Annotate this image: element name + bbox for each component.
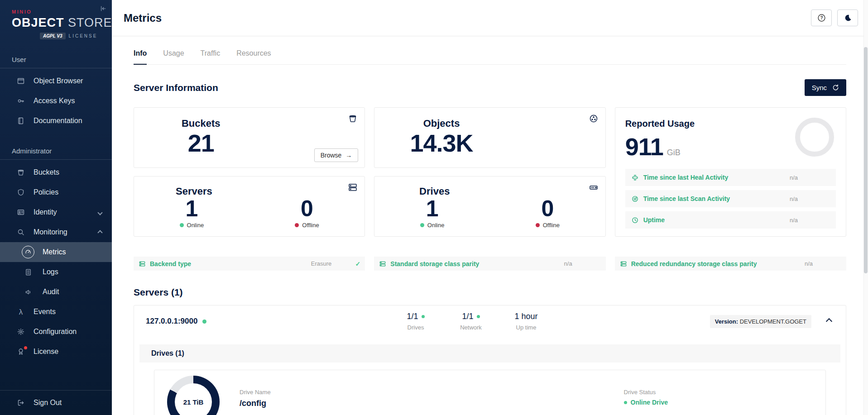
sidebar-item-license[interactable]: License	[0, 342, 112, 362]
servers-online-group: 1 Online	[171, 196, 212, 229]
browse-button[interactable]: Browse →	[314, 148, 359, 162]
tab-info[interactable]: Info	[134, 49, 147, 65]
sidebar-item-configuration[interactable]: Configuration	[0, 322, 112, 342]
buckets-card-icon	[348, 114, 357, 125]
reported-usage-unit: GiB	[667, 148, 681, 157]
offline-dot	[536, 223, 540, 227]
shield-icon	[16, 188, 25, 196]
buckets-title: Buckets	[134, 118, 268, 129]
drive-name-block: Drive Name /config	[240, 376, 271, 408]
drives-offline-group: 0 Offline	[527, 196, 568, 229]
sidebar-item-metrics[interactable]: Metrics	[0, 242, 112, 262]
sidebar-item-audit[interactable]: Audit	[0, 282, 112, 302]
uptime-row: Uptime n/a	[625, 211, 836, 229]
collapse-server-chevron[interactable]	[827, 317, 831, 325]
objects-metric: Objects 14.3K	[374, 118, 508, 156]
sidebar-item-logs[interactable]: Logs	[0, 262, 112, 282]
online-dot	[477, 315, 480, 318]
minio-wordmark: MINIO	[12, 9, 112, 14]
lambda-icon: λ	[16, 308, 25, 316]
objects-card-icon	[589, 114, 598, 125]
collapse-sidebar-icon	[100, 5, 106, 12]
sidebar-item-label: Configuration	[34, 328, 77, 336]
server-information-title: Server Information	[134, 82, 218, 93]
standard-parity-strip: Standard storage class parity n/a	[374, 257, 605, 271]
sidebar-item-documentation[interactable]: Documentation	[0, 111, 112, 131]
sidebar-item-label: Access Keys	[34, 97, 75, 105]
main-area: Metrics ? Info Usage Traf	[112, 0, 868, 415]
sidebar-item-events[interactable]: λ Events	[0, 302, 112, 322]
help-button[interactable]: ?	[811, 10, 832, 26]
sidebar-item-label: Policies	[34, 188, 58, 196]
heal-icon	[632, 174, 638, 181]
drive-capacity-label: 21 TiB	[167, 376, 220, 415]
storage-icon	[139, 261, 145, 267]
buckets-value: 21	[134, 130, 268, 156]
version-badge: Version: DEVELOPMENT.GOGET	[710, 315, 811, 328]
servers-online-value: 1	[171, 196, 212, 221]
server-address: 127.0.0.1:9000	[146, 317, 390, 326]
drive-name: /config	[240, 399, 271, 408]
sidebar-group-user: User	[0, 56, 112, 68]
notification-dot	[24, 346, 27, 349]
sidebar-item-access-keys[interactable]: Access Keys	[0, 91, 112, 111]
sidebar-item-identity[interactable]: Identity	[0, 202, 112, 222]
dark-mode-toggle[interactable]	[837, 10, 858, 26]
storage-icon	[620, 261, 627, 267]
tab-usage[interactable]: Usage	[163, 49, 184, 64]
drives-online-group: 1 Online	[412, 196, 453, 229]
sync-button[interactable]: Sync	[805, 79, 846, 96]
id-card-icon	[16, 208, 25, 216]
signout-section: Sign Out	[0, 390, 112, 415]
sidebar-item-label: Documentation	[34, 117, 82, 125]
scrollbar-track[interactable]	[863, 0, 868, 415]
audit-icon	[22, 288, 34, 296]
sidebar-item-object-browser[interactable]: Object Browser	[0, 71, 112, 91]
server-details: Drives (1) 21 TiB Drive Name /config Dri…	[134, 337, 846, 415]
drives-status-row: 1 Online 0 Offline	[374, 196, 605, 229]
agpl-badge: AGPL V3	[40, 33, 66, 39]
sidebar-item-label: Object Browser	[34, 77, 83, 85]
servers-offline-value: 0	[287, 196, 327, 221]
magnifier-icon	[16, 228, 25, 236]
buckets-card: Buckets 21 Browse →	[134, 107, 365, 168]
drive-capacity-donut: 21 TiB	[167, 376, 220, 415]
logs-icon	[22, 268, 34, 276]
server-row[interactable]: 127.0.0.1:9000 1/1 Drives 1/1 Network 1 …	[134, 305, 846, 337]
servers-status-row: 1 Online 0 Offline	[134, 196, 364, 229]
tab-traffic[interactable]: Traffic	[201, 49, 221, 64]
server-network-stat: 1/1 Network	[446, 312, 496, 331]
brand-logo: MINIO OBJECT STORE AGPL V3 LICENSE	[0, 0, 112, 39]
sidebar-item-label: Monitoring	[34, 228, 67, 236]
sign-out-button[interactable]: Sign Out	[0, 391, 112, 415]
sync-button-label: Sync	[812, 84, 827, 91]
clock-icon	[632, 217, 638, 224]
chevron-up-icon	[98, 228, 102, 236]
scan-icon	[632, 196, 638, 202]
sidebar-item-label: Events	[34, 308, 56, 316]
reported-usage-value: 911	[625, 133, 663, 161]
scrollbar-thumb[interactable]	[864, 47, 868, 273]
online-dot	[422, 315, 425, 318]
sidebar-item-policies[interactable]: Policies	[0, 182, 112, 202]
usage-activity-rows: Time since last Heal Activity n/a Time s…	[625, 169, 836, 229]
storage-icon	[379, 261, 386, 267]
page-header: Metrics ?	[112, 0, 868, 36]
sidebar-item-monitoring[interactable]: Monitoring	[0, 222, 112, 242]
drive-card: 21 TiB Drive Name /config Drive Status O…	[154, 370, 826, 415]
sidebar-item-label: Identity	[34, 208, 57, 216]
buckets-metric: Buckets 21	[134, 118, 268, 156]
sign-out-label: Sign Out	[34, 399, 62, 407]
servers-card-icon	[348, 183, 357, 194]
svg-text:?: ?	[820, 15, 823, 20]
sidebar-item-label: License	[34, 348, 58, 356]
chevron-down-icon	[98, 208, 102, 216]
browse-button-label: Browse	[321, 152, 342, 159]
stat-strips: Backend type Erasure ✓ Standard storage …	[134, 257, 846, 271]
sidebar-item-buckets[interactable]: Buckets	[0, 162, 112, 182]
objects-title: Objects	[374, 118, 508, 129]
tab-resources[interactable]: Resources	[236, 49, 271, 64]
collapse-sidebar-button[interactable]	[100, 5, 106, 14]
license-tag: AGPL V3 LICENSE	[40, 33, 112, 39]
sidebar: MINIO OBJECT STORE AGPL V3 LICENSE User …	[0, 0, 112, 415]
